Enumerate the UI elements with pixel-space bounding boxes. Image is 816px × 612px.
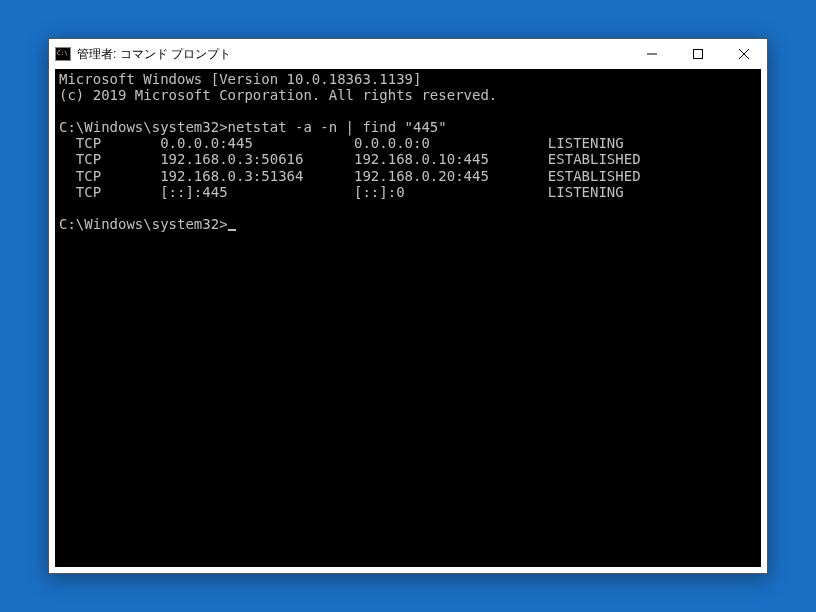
prompt: C:\Windows\system32>	[59, 119, 228, 135]
titlebar[interactable]: 管理者: コマンド プロンプト	[49, 39, 767, 69]
close-button[interactable]	[721, 39, 767, 69]
terminal-area[interactable]: Microsoft Windows [Version 10.0.18363.11…	[49, 69, 767, 573]
minimize-button[interactable]	[629, 39, 675, 69]
banner-line: Microsoft Windows [Version 10.0.18363.11…	[59, 71, 421, 87]
command-prompt-window: 管理者: コマンド プロンプト Microsoft Windows [Versi…	[48, 38, 768, 574]
banner-line: (c) 2019 Microsoft Corporation. All righ…	[59, 87, 497, 103]
svg-rect-1	[694, 50, 703, 59]
window-title: 管理者: コマンド プロンプト	[77, 46, 231, 63]
output-rows: TCP 0.0.0.0:445 0.0.0.0:0 LISTENING TCP …	[59, 135, 641, 199]
prompt: C:\Windows\system32>	[59, 216, 228, 232]
maximize-button[interactable]	[675, 39, 721, 69]
cmd-icon	[55, 47, 71, 61]
command-text: netstat -a -n | find "445"	[228, 119, 447, 135]
window-controls	[629, 39, 767, 69]
cursor	[228, 229, 236, 231]
